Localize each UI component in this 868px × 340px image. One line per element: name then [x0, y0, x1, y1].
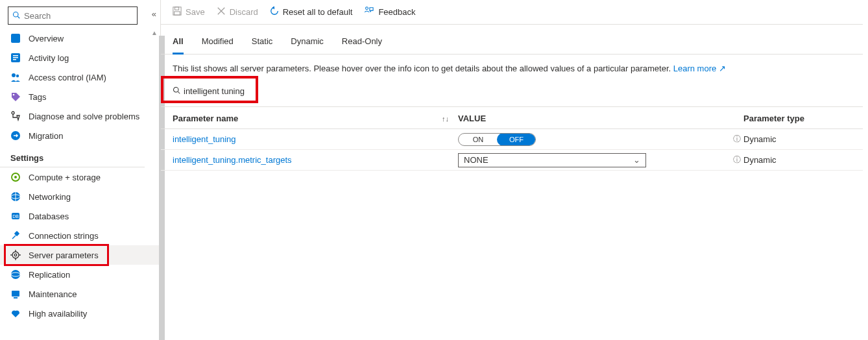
parameter-filter-input[interactable]: intelligent tuning	[173, 84, 257, 98]
collapse-sidebar-icon[interactable]: «	[152, 9, 156, 19]
select-intelligent_tuning.metric_targets[interactable]: NONE⌄	[458, 153, 646, 167]
sidebar-item-network[interactable]: Networking	[0, 187, 160, 206]
repl-icon	[10, 269, 21, 280]
sort-icon[interactable]: ↑↓	[442, 115, 449, 123]
tags-icon	[10, 91, 21, 102]
sidebar-item-overview[interactable]: Overview	[0, 29, 160, 48]
discard-icon	[217, 6, 226, 18]
svg-rect-28	[12, 291, 19, 297]
svg-rect-2	[11, 34, 20, 43]
db-icon: DB	[10, 211, 21, 221]
tab-static[interactable]: Static	[252, 36, 273, 54]
sidebar-item-label: Compute + storage	[29, 173, 101, 182]
sidebar-item-repl[interactable]: Replication	[0, 265, 160, 284]
sidebar-item-ha[interactable]: High availability	[0, 304, 160, 323]
sidebar: « ▲ OverviewActivity logAccess control (…	[0, 0, 161, 340]
toggle-off[interactable]: OFF	[497, 133, 536, 146]
svg-point-21	[14, 254, 17, 256]
maint-icon	[10, 289, 21, 299]
feedback-label: Feedback	[378, 7, 415, 17]
toggle-intelligent_tuning[interactable]: ONOFF	[458, 133, 536, 146]
table-row: intelligent_tuningONOFFⓘDynamic	[161, 129, 863, 150]
col-value[interactable]: VALUE	[458, 114, 743, 123]
tab-all[interactable]: All	[173, 36, 184, 55]
tab-dynamic[interactable]: Dynamic	[291, 36, 324, 54]
filter-row: intelligent tuning	[161, 84, 863, 107]
tabs: AllModifiedStaticDynamicRead-Only	[161, 25, 863, 55]
reset-label: Reset all to default	[283, 7, 353, 17]
sidebar-item-label: Tags	[29, 92, 46, 102]
reset-button[interactable]: Reset all to default	[270, 6, 353, 18]
discard-label: Discard	[230, 7, 258, 17]
param-type: Dynamic	[743, 134, 863, 144]
sidebar-item-conn[interactable]: Connection strings	[0, 226, 160, 245]
sidebar-item-compute[interactable]: Compute + storage	[0, 167, 160, 187]
conn-icon	[10, 230, 21, 241]
ha-icon	[10, 308, 21, 319]
save-button[interactable]: Save	[173, 6, 205, 18]
sidebar-item-label: Diagnose and solve problems	[29, 112, 139, 121]
sidebar-item-maint[interactable]: Maintenance	[0, 284, 160, 304]
chevron-down-icon: ⌄	[633, 155, 640, 165]
discard-button[interactable]: Discard	[217, 6, 258, 18]
svg-rect-6	[13, 59, 16, 60]
toggle-on[interactable]: ON	[459, 134, 498, 145]
col-parameter-name[interactable]: Parameter name	[173, 114, 238, 123]
description-text: This list shows all server parameters. P…	[161, 55, 868, 81]
sidebar-item-label: Databases	[29, 212, 69, 221]
sidebar-item-tags[interactable]: Tags	[0, 87, 160, 106]
param-link[interactable]: intelligent_tuning.metric_targets	[173, 155, 292, 165]
sidebar-item-label: Connection strings	[29, 231, 99, 241]
sidebar-item-diagnose[interactable]: Diagnose and solve problems	[0, 106, 160, 126]
col-parameter-type[interactable]: Parameter type	[743, 114, 863, 123]
reset-icon	[270, 6, 279, 18]
sidebar-item-label: High availability	[29, 309, 87, 319]
svg-point-9	[13, 94, 15, 96]
select-value: NONE	[464, 155, 488, 165]
sidebar-item-activity[interactable]: Activity log	[0, 48, 160, 67]
sidebar-search-input[interactable]	[23, 10, 134, 21]
sidebar-item-label: Migration	[29, 131, 63, 141]
svg-point-13	[14, 176, 17, 178]
feedback-button[interactable]: Feedback	[364, 6, 415, 18]
sidebar-item-iam[interactable]: Access control (IAM)	[0, 67, 160, 87]
filter-search-icon	[173, 86, 180, 96]
sidebar-item-db[interactable]: DBDatabases	[0, 206, 160, 226]
svg-rect-32	[175, 12, 180, 15]
svg-point-36	[174, 87, 179, 92]
sidebar-item-label: Networking	[29, 192, 71, 202]
svg-text:DB: DB	[12, 214, 19, 219]
learn-more-link[interactable]: Learn more ↗	[673, 64, 726, 73]
svg-rect-31	[175, 7, 179, 10]
main-content: Save Discard Reset all to default Feedba…	[161, 0, 868, 340]
info-icon[interactable]: ⓘ	[730, 134, 743, 145]
feedback-icon	[364, 6, 374, 18]
save-label: Save	[186, 7, 205, 17]
network-icon	[10, 191, 21, 202]
sidebar-item-label: Activity log	[29, 53, 69, 63]
table-row: intelligent_tuning.metric_targetsNONE⌄ⓘD…	[161, 150, 863, 171]
toolbar: Save Discard Reset all to default Feedba…	[161, 6, 863, 25]
param-type: Dynamic	[743, 155, 863, 165]
external-link-icon: ↗	[719, 64, 726, 73]
svg-point-20	[12, 252, 19, 258]
filter-value: intelligent tuning	[184, 86, 245, 96]
sidebar-search[interactable]	[8, 6, 138, 25]
svg-point-26	[11, 270, 20, 279]
svg-line-37	[178, 91, 180, 93]
info-icon[interactable]: ⓘ	[730, 154, 743, 165]
iam-icon	[10, 72, 21, 82]
param-link[interactable]: intelligent_tuning	[173, 134, 236, 144]
table-header: Parameter name ↑↓ VALUE Parameter type	[161, 107, 863, 129]
sidebar-item-migration[interactable]: Migration	[0, 126, 160, 145]
tab-read-only[interactable]: Read-Only	[342, 36, 382, 54]
sidebar-item-label: Access control (IAM)	[29, 73, 106, 82]
save-icon	[173, 6, 182, 18]
tab-modified[interactable]: Modified	[202, 36, 234, 54]
svg-point-7	[12, 73, 16, 77]
diagnose-icon	[10, 111, 21, 121]
params-icon	[10, 250, 21, 260]
sidebar-group-settings: Settings	[0, 145, 145, 167]
sidebar-item-params[interactable]: Server parameters	[0, 245, 160, 265]
migration-icon	[10, 130, 21, 141]
